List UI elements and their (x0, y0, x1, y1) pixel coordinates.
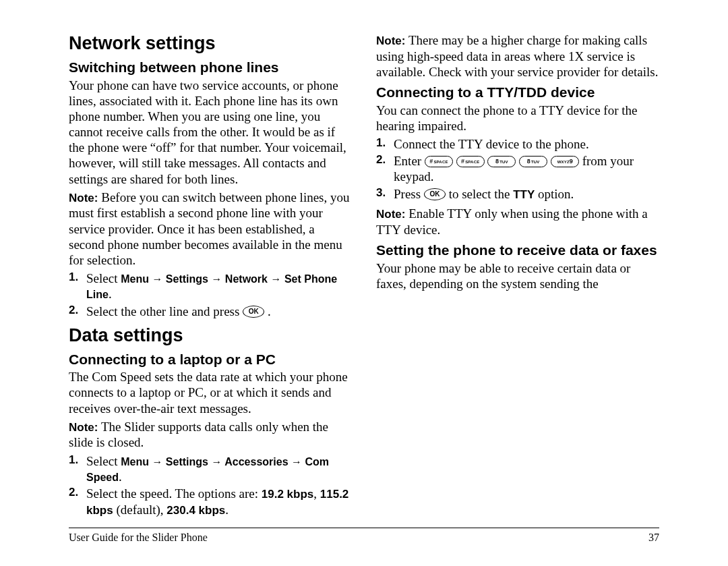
heading-network-settings: Network settings (69, 32, 352, 55)
subheading-connecting-laptop: Connecting to a laptop or a PC (69, 351, 352, 368)
keypad-hash-icon: #SPACE (425, 156, 453, 167)
note-label: Note: (69, 192, 98, 204)
steps-com-speed: 1. Select Menu → Settings → Accessories … (69, 453, 352, 518)
keypad-9-icon: WXYZ9 (551, 156, 579, 167)
note-switching-lines: Note: Before you can switch between phon… (69, 190, 352, 268)
subheading-tty: Connecting to a TTY/TDD device (376, 84, 659, 101)
subheading-receive-data-fax: Setting the phone to receive data or fax… (376, 242, 659, 259)
ok-icon: OK (243, 306, 264, 318)
para-receive-data-fax: Your phone may be able to receive certai… (376, 260, 659, 291)
keypad-8-icon: 8TUV (519, 156, 547, 167)
note-label: Note: (376, 34, 405, 47)
ok-icon: OK (424, 188, 446, 200)
para-com-speed: The Com Speed sets the data rate at whic… (69, 369, 352, 416)
page-number: 37 (648, 531, 659, 544)
para-tty: You can connect the phone to a TTY devic… (376, 103, 659, 134)
step-1: 1. Connect the TTY device to the phone. (376, 136, 659, 152)
note-slider: Note: The Slider supports data calls onl… (69, 419, 352, 451)
step-2: 2. Select the speed. The options are: 19… (69, 486, 352, 517)
steps-tty: 1. Connect the TTY device to the phone. … (376, 136, 659, 202)
subheading-switching-lines: Switching between phone lines (69, 59, 352, 76)
keypad-8-icon: 8TUV (487, 156, 516, 167)
step-2: 2. Enter #SPACE #SPACE 8TUV 8TUV WXYZ9 f… (376, 153, 659, 184)
step-1: 1. Select Menu → Settings → Network → Se… (69, 271, 352, 302)
step-3: 3. Press OK to select the TTY option. (376, 186, 659, 202)
heading-data-settings: Data settings (69, 324, 352, 347)
page-footer: User Guide for the Slider Phone 37 (69, 528, 659, 544)
step-1: 1. Select Menu → Settings → Accessories … (69, 453, 352, 484)
step-2: 2. Select the other line and press OK . (69, 304, 352, 319)
keypad-hash-icon: #SPACE (456, 156, 485, 167)
note-label: Note: (69, 421, 98, 434)
menu-path: Menu → Settings → Network → Set Phone Li… (86, 273, 337, 300)
note-label: Note: (376, 208, 405, 221)
note-high-speed-charge: Note: There may be a higher charge for m… (376, 32, 659, 80)
footer-title: User Guide for the Slider Phone (69, 531, 208, 544)
menu-path: Menu → Settings → Accessories → Com Spee… (86, 456, 329, 483)
para-switching-lines: Your phone can have two service accounts… (69, 78, 352, 187)
note-tty: Note: Enable TTY only when using the pho… (376, 206, 659, 237)
steps-set-phone-line: 1. Select Menu → Settings → Network → Se… (69, 271, 352, 319)
